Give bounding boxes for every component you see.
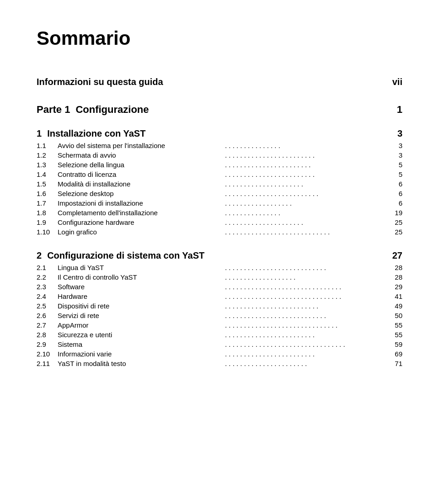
toc-entry: 2.10 Informazioni varie . . . . . . . . … bbox=[37, 350, 402, 358]
toc-entry: 2.1 Lingua di YaST . . . . . . . . . . .… bbox=[37, 264, 402, 271]
entry-dots: . . . . . . . . . . . . . . . . . . . . … bbox=[223, 302, 389, 310]
toc-entry: 2.6 Servizi di rete . . . . . . . . . . … bbox=[37, 312, 402, 319]
entry-text: Modalità di installazione bbox=[58, 180, 220, 188]
entry-dots: . . . . . . . . . . . . . . . . . . . . … bbox=[223, 218, 389, 226]
entry-page: 49 bbox=[389, 302, 402, 310]
entry-num: 1.6 bbox=[37, 190, 54, 197]
part1-page: 1 bbox=[397, 104, 402, 116]
toc-entry: 1.8 Completamento dell'installazione . .… bbox=[37, 209, 402, 217]
toc-entry: 2.5 Dispositivi di rete . . . . . . . . … bbox=[37, 302, 402, 310]
entry-dots: . . . . . . . . . . . . . . . . . . . . … bbox=[223, 180, 389, 188]
entry-num: 2.11 bbox=[37, 360, 54, 367]
entry-num: 2.7 bbox=[37, 321, 54, 329]
chapter2-heading: 2 Configurazione di sistema con YaST 27 bbox=[37, 250, 402, 261]
info-page: vii bbox=[392, 77, 402, 87]
chapter1-left: 1 Installazione con YaST bbox=[37, 128, 145, 139]
toc-entry: 2.3 Software . . . . . . . . . . . . . .… bbox=[37, 283, 402, 291]
entry-text: Impostazioni di installazione bbox=[58, 199, 220, 207]
entry-text: Selezione desktop bbox=[58, 190, 220, 197]
entry-page: 5 bbox=[389, 161, 402, 169]
entry-text: Configurazione hardware bbox=[58, 218, 220, 226]
entry-num: 1.8 bbox=[37, 209, 54, 217]
entry-text: Completamento dell'installazione bbox=[58, 209, 220, 217]
toc-entry: 1.1 Avvio del sistema per l'installazion… bbox=[37, 142, 402, 149]
info-row: Informazioni su questa guida vii bbox=[37, 77, 402, 87]
entry-text: Login grafico bbox=[58, 228, 220, 236]
info-title: Informazioni su questa guida bbox=[37, 77, 163, 87]
entry-dots: . . . . . . . . . . . . . . . . . . . . … bbox=[223, 151, 389, 159]
entry-num: 2.10 bbox=[37, 350, 54, 358]
toc-entry: 2.9 Sistema . . . . . . . . . . . . . . … bbox=[37, 340, 402, 348]
chapter2-left: 2 Configurazione di sistema con YaST bbox=[37, 250, 204, 261]
entry-num: 1.2 bbox=[37, 151, 54, 159]
entry-text: Schermata di avvio bbox=[58, 151, 220, 159]
chapter2-title: Configurazione di sistema con YaST bbox=[47, 250, 204, 261]
entry-page: 19 bbox=[389, 209, 402, 217]
entry-page: 28 bbox=[389, 273, 402, 281]
chapter1-num: 1 bbox=[37, 128, 42, 139]
entry-text: Avvio del sistema per l'installazione bbox=[58, 142, 220, 149]
entry-page: 6 bbox=[389, 199, 402, 207]
entry-dots: . . . . . . . . . . . . . . . . . . . . … bbox=[223, 292, 389, 300]
entry-text: Sicurezza e utenti bbox=[58, 331, 220, 339]
chapter1-heading: 1 Installazione con YaST 3 bbox=[37, 128, 402, 139]
toc-entry: 1.7 Impostazioni di installazione . . . … bbox=[37, 199, 402, 207]
entry-text: Il Centro di controllo YaST bbox=[58, 273, 220, 281]
entry-text: Hardware bbox=[58, 292, 220, 300]
toc-entry: 1.10 Login grafico . . . . . . . . . . .… bbox=[37, 228, 402, 236]
toc-entry: 1.4 Contratto di licenza . . . . . . . .… bbox=[37, 170, 402, 178]
entry-page: 6 bbox=[389, 190, 402, 197]
entry-text: Dispositivi di rete bbox=[58, 302, 220, 310]
entry-text: Software bbox=[58, 283, 220, 291]
entry-dots: . . . . . . . . . . . . . . . . . . bbox=[223, 199, 389, 207]
chapter2-entries: 2.1 Lingua di YaST . . . . . . . . . . .… bbox=[37, 264, 402, 367]
entry-num: 2.8 bbox=[37, 331, 54, 339]
part1-label: Parte 1 bbox=[37, 104, 70, 116]
toc-entry: 2.7 AppArmor . . . . . . . . . . . . . .… bbox=[37, 321, 402, 329]
entry-num: 2.6 bbox=[37, 312, 54, 319]
toc-entry: 1.6 Selezione desktop . . . . . . . . . … bbox=[37, 190, 402, 197]
toc-entry: 2.2 Il Centro di controllo YaST . . . . … bbox=[37, 273, 402, 281]
chapter2-page: 27 bbox=[392, 250, 402, 261]
entry-dots: . . . . . . . . . . . . . . . . . . . . … bbox=[223, 340, 389, 348]
entry-dots: . . . . . . . . . . . . . . . . . . . . … bbox=[223, 228, 389, 236]
entry-num: 2.4 bbox=[37, 292, 54, 300]
entry-page: 3 bbox=[389, 142, 402, 149]
entry-page: 41 bbox=[389, 292, 402, 300]
part1-title: Configurazione bbox=[75, 104, 149, 116]
entry-page: 69 bbox=[389, 350, 402, 358]
chapter1-title: Installazione con YaST bbox=[47, 128, 145, 139]
toc-entry: 1.5 Modalità di installazione . . . . . … bbox=[37, 180, 402, 188]
entry-text: Lingua di YaST bbox=[58, 264, 220, 271]
entry-num: 1.9 bbox=[37, 218, 54, 226]
entry-num: 2.9 bbox=[37, 340, 54, 348]
entry-dots: . . . . . . . . . . . . . . . . . . . . … bbox=[223, 331, 389, 339]
part1-row: Parte 1 Configurazione 1 bbox=[37, 104, 402, 116]
entry-page: 28 bbox=[389, 264, 402, 271]
entry-dots: . . . . . . . . . . . . . . . . . . . . … bbox=[223, 321, 389, 329]
entry-dots: . . . . . . . . . . . . . . . . . . . bbox=[223, 273, 389, 281]
entry-dots: . . . . . . . . . . . . . . . . . . . . … bbox=[223, 170, 389, 178]
chapter2-num: 2 bbox=[37, 250, 42, 261]
entry-dots: . . . . . . . . . . . . . . . . . . . . … bbox=[223, 312, 389, 319]
entry-num: 1.10 bbox=[37, 228, 54, 236]
entry-text: Selezione della lingua bbox=[58, 161, 220, 169]
entry-page: 29 bbox=[389, 283, 402, 291]
entry-page: 25 bbox=[389, 218, 402, 226]
entry-dots: . . . . . . . . . . . . . . . . . . . . … bbox=[223, 264, 389, 271]
entry-dots: . . . . . . . . . . . . . . . . . . . . … bbox=[223, 360, 389, 367]
entry-text: Contratto di licenza bbox=[58, 170, 220, 178]
part1-left: Parte 1 Configurazione bbox=[37, 104, 149, 116]
entry-text: YaST in modalità testo bbox=[58, 360, 220, 367]
entry-page: 55 bbox=[389, 331, 402, 339]
entry-page: 55 bbox=[389, 321, 402, 329]
entry-dots: . . . . . . . . . . . . . . . bbox=[223, 142, 389, 149]
entry-num: 2.2 bbox=[37, 273, 54, 281]
entry-dots: . . . . . . . . . . . . . . . . . . . . … bbox=[223, 190, 389, 197]
entry-num: 1.4 bbox=[37, 170, 54, 178]
toc-entry: 1.9 Configurazione hardware . . . . . . … bbox=[37, 218, 402, 226]
entry-page: 25 bbox=[389, 228, 402, 236]
toc-entry: 1.3 Selezione della lingua . . . . . . .… bbox=[37, 161, 402, 169]
entry-page: 6 bbox=[389, 180, 402, 188]
entry-text: Servizi di rete bbox=[58, 312, 220, 319]
